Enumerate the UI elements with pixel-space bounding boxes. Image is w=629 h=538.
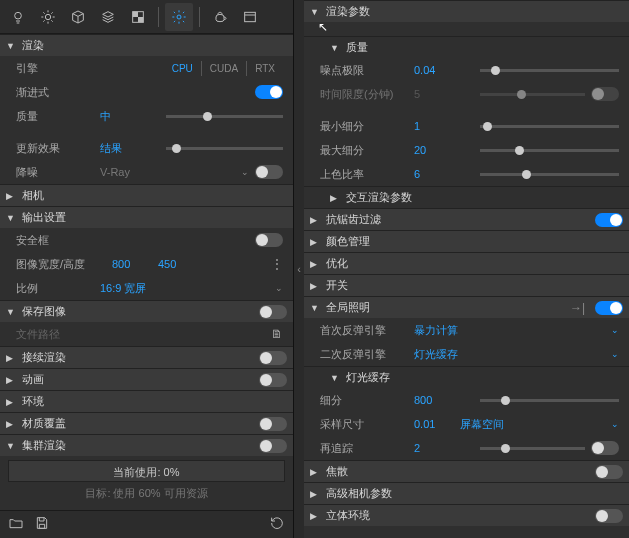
gi-secondary-dropdown-icon[interactable]: ⌄ — [611, 349, 619, 359]
section-save[interactable]: ▼保存图像 — [0, 300, 293, 322]
lc-retrace-toggle[interactable] — [591, 441, 619, 455]
section-stereo-label: 立体环境 — [326, 508, 589, 523]
timelimit-toggle[interactable] — [591, 87, 619, 101]
shade-row: 上色比率 6 — [304, 162, 629, 186]
section-advcam[interactable]: ▶高级相机参数 — [304, 482, 629, 504]
dimensions-label: 图像宽度/高度 — [16, 257, 106, 272]
section-switches[interactable]: ▶开关 — [304, 274, 629, 296]
lc-subdiv-value[interactable]: 800 — [414, 394, 474, 406]
section-environment[interactable]: ▶环境 — [0, 390, 293, 412]
dim-height[interactable]: 450 — [158, 258, 198, 270]
gi-expand-icon[interactable]: →| — [570, 301, 585, 315]
noise-slider[interactable] — [480, 63, 619, 77]
section-aa[interactable]: ▶抗锯齿过滤 — [304, 208, 629, 230]
engine-cpu[interactable]: CPU — [164, 61, 201, 76]
section-colormgmt[interactable]: ▶颜色管理 — [304, 230, 629, 252]
lc-sample-dropdown-icon[interactable]: ⌄ — [611, 419, 619, 429]
lc-sample-mode[interactable]: 屏幕空间 — [460, 417, 504, 432]
section-lightcache[interactable]: ▼灯光缓存 — [304, 366, 629, 388]
quality-value[interactable]: 中 — [100, 109, 160, 124]
maxsub-slider[interactable] — [480, 143, 619, 157]
checker-icon[interactable] — [124, 3, 152, 31]
section-renderparams[interactable]: ▼渲染参数 — [304, 0, 629, 22]
engine-rtx[interactable]: RTX — [246, 61, 283, 76]
link-dims-icon[interactable]: ⋮ — [271, 257, 283, 271]
update-row: 更新效果 结果 — [0, 136, 293, 160]
light-icon[interactable] — [4, 3, 32, 31]
caustics-toggle[interactable] — [595, 465, 623, 479]
animation-toggle[interactable] — [259, 373, 287, 387]
section-animation[interactable]: ▶动画 — [0, 368, 293, 390]
section-cluster[interactable]: ▼集群渲染 — [0, 434, 293, 456]
filepath-browse-icon[interactable]: 🗎 — [271, 327, 283, 341]
timelimit-label: 时间限度(分钟) — [320, 87, 408, 102]
section-caustics[interactable]: ▶焦散 — [304, 460, 629, 482]
section-quality-sub[interactable]: ▼质量 — [304, 36, 629, 58]
minsub-value[interactable]: 1 — [414, 120, 474, 132]
aa-toggle[interactable] — [595, 213, 623, 227]
section-environment-label: 环境 — [22, 394, 287, 409]
lc-retrace-slider[interactable] — [480, 441, 585, 455]
maxsub-value[interactable]: 20 — [414, 144, 474, 156]
cube-icon[interactable] — [64, 3, 92, 31]
progressive-row: 渐进式 — [0, 80, 293, 104]
gi-secondary-value[interactable]: 灯光缓存 — [414, 347, 458, 362]
folder-open-icon[interactable] — [8, 515, 24, 534]
shade-slider[interactable] — [480, 167, 619, 181]
section-interactive[interactable]: ▶交互渲染参数 — [304, 186, 629, 208]
section-lightcache-label: 灯光缓存 — [346, 370, 623, 385]
reset-icon[interactable] — [269, 515, 285, 534]
section-render[interactable]: ▼渲染 — [0, 34, 293, 56]
gi-primary-value[interactable]: 暴力计算 — [414, 323, 458, 338]
section-camera-label: 相机 — [22, 188, 287, 203]
quality-slider[interactable] — [166, 109, 283, 123]
section-stereo[interactable]: ▶立体环境 — [304, 504, 629, 526]
section-save-label: 保存图像 — [22, 304, 253, 319]
minsub-label: 最小细分 — [320, 119, 408, 134]
panel-collapse-left[interactable]: ‹ — [294, 0, 304, 538]
section-optimize[interactable]: ▶优化 — [304, 252, 629, 274]
update-value[interactable]: 结果 — [100, 141, 160, 156]
sun-icon[interactable] — [34, 3, 62, 31]
svg-rect-6 — [245, 12, 256, 21]
ratio-dropdown-icon[interactable]: ⌄ — [275, 283, 283, 293]
noise-value[interactable]: 0.04 — [414, 64, 474, 76]
section-gi[interactable]: ▼全局照明→| — [304, 296, 629, 318]
progressive-toggle[interactable] — [255, 85, 283, 99]
dim-width[interactable]: 800 — [112, 258, 152, 270]
window-icon[interactable] — [236, 3, 264, 31]
save-toggle[interactable] — [259, 305, 287, 319]
cluster-toggle[interactable] — [259, 439, 287, 453]
denoise-toggle[interactable] — [255, 165, 283, 179]
settings-icon[interactable] — [165, 3, 193, 31]
section-camera[interactable]: ▶相机 — [0, 184, 293, 206]
gi-toggle[interactable] — [595, 301, 623, 315]
engine-cuda[interactable]: CUDA — [201, 61, 246, 76]
section-output[interactable]: ▼输出设置 — [0, 206, 293, 228]
ratio-value[interactable]: 16:9 宽屏 — [100, 281, 146, 296]
layers-icon[interactable] — [94, 3, 122, 31]
gi-secondary-label: 二次反弹引擎 — [320, 347, 408, 362]
quality-label: 质量 — [16, 109, 94, 124]
denoise-value[interactable]: V-Ray — [100, 166, 160, 178]
teapot-icon[interactable] — [206, 3, 234, 31]
lc-retrace-value[interactable]: 2 — [414, 442, 474, 454]
stereo-toggle[interactable] — [595, 509, 623, 523]
lc-sample-value[interactable]: 0.01 — [414, 418, 454, 430]
minsub-slider[interactable] — [480, 119, 619, 133]
section-matoverride[interactable]: ▶材质覆盖 — [0, 412, 293, 434]
shade-value[interactable]: 6 — [414, 168, 474, 180]
ratio-row: 比例 16:9 宽屏 ⌄ — [0, 276, 293, 300]
gi-primary-dropdown-icon[interactable]: ⌄ — [611, 325, 619, 335]
lc-subdiv-slider[interactable] — [480, 393, 619, 407]
timelimit-row: 时间限度(分钟) 5 — [304, 82, 629, 106]
matoverride-toggle[interactable] — [259, 417, 287, 431]
section-continuous[interactable]: ▶接续渲染 — [0, 346, 293, 368]
usage-target: 目标: 使用 60% 可用资源 — [0, 486, 293, 501]
section-switches-label: 开关 — [326, 278, 623, 293]
continuous-toggle[interactable] — [259, 351, 287, 365]
update-slider[interactable] — [166, 141, 283, 155]
denoise-dropdown-icon[interactable]: ⌄ — [241, 167, 249, 177]
safeframe-toggle[interactable] — [255, 233, 283, 247]
save-icon[interactable] — [34, 515, 50, 534]
